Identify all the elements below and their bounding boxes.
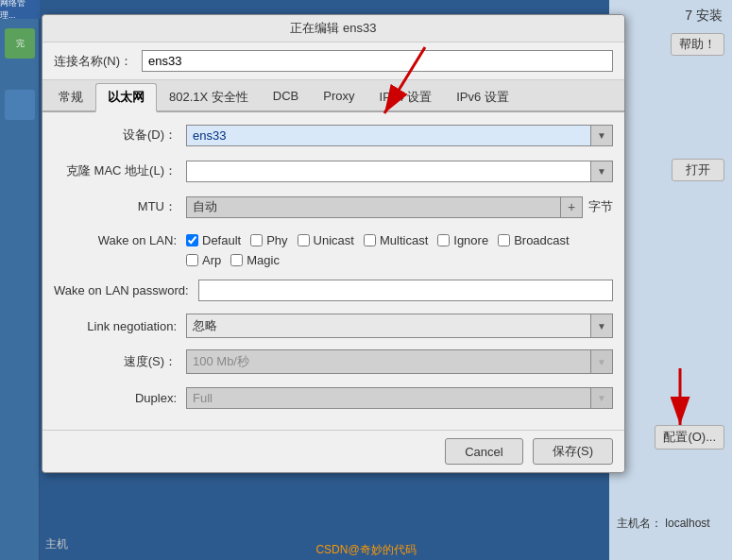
tab-ipv6[interactable]: IPv6 设置 <box>444 83 521 110</box>
tab-ethernet[interactable]: 以太网 <box>95 83 157 112</box>
wake-checkboxes-container: Default Phy Unicast Multicast <box>186 233 613 267</box>
tab-ipv4[interactable]: IPv4 设置 <box>367 83 445 110</box>
sidebar-panel <box>0 0 40 560</box>
tab-proxy[interactable]: Proxy <box>311 83 366 110</box>
config-button[interactable]: 配置(O)... <box>655 425 724 450</box>
bottom-left-label: 主机 <box>45 536 68 552</box>
duplex-label: Duplex: <box>54 391 186 405</box>
open-button[interactable]: 打开 <box>672 159 724 181</box>
wake-on-lan-label: Wake on LAN: <box>54 233 186 247</box>
speed-control: 100 Mb/秒 ▼ <box>186 349 613 374</box>
mtu-unit-label: 字节 <box>588 198 613 215</box>
device-control: ▼ <box>186 125 613 146</box>
wake-checkboxes: Default Phy Unicast Multicast <box>186 233 613 267</box>
conn-name-label: 连接名称(N)： <box>54 53 132 70</box>
hostname-label: 主机名： <box>617 517 662 530</box>
wake-multicast-item[interactable]: Multicast <box>364 233 428 247</box>
speed-dropdown-btn[interactable]: ▼ <box>590 349 613 374</box>
link-negotiation-row: Link negotiation: 忽略 ▼ <box>54 313 613 339</box>
wake-default-checkbox[interactable] <box>186 234 198 246</box>
duplex-select: Full ▼ <box>186 387 613 409</box>
device-input[interactable] <box>186 125 590 146</box>
wake-default-item[interactable]: Default <box>186 233 241 247</box>
edit-connection-dialog: 正在编辑 ens33 连接名称(N)： 常规 以太网 802.1X 安全性 DC… <box>42 14 625 473</box>
speed-select: 100 Mb/秒 ▼ <box>186 349 613 374</box>
duplex-control: Full ▼ <box>186 387 613 409</box>
clone-mac-control: ▼ <box>186 161 613 182</box>
dialog-footer: Cancel 保存(S) <box>43 430 624 472</box>
wake-broadcast-checkbox[interactable] <box>498 234 510 246</box>
mtu-plus-btn[interactable]: + <box>560 196 583 218</box>
tab-general[interactable]: 常规 <box>46 83 95 110</box>
tab-bar: 常规 以太网 802.1X 安全性 DCB Proxy IPv4 设置 IPv6… <box>43 80 624 112</box>
wake-phy-label: Phy <box>266 233 287 247</box>
wake-magic-item[interactable]: Magic <box>230 253 280 267</box>
wake-broadcast-label: Broadcast <box>514 233 570 247</box>
wake-ignore-label: Ignore <box>453 233 488 247</box>
clone-mac-dropdown-btn[interactable]: ▼ <box>590 161 613 182</box>
clone-mac-input[interactable] <box>186 161 590 182</box>
duplex-row: Duplex: Full ▼ <box>54 384 613 411</box>
link-negotiation-dropdown-btn[interactable]: ▼ <box>590 314 613 338</box>
connection-name-row: 连接名称(N)： <box>43 42 624 80</box>
speed-row: 速度(S)： 100 Mb/秒 ▼ <box>54 348 613 375</box>
device-label: 设备(D)： <box>54 127 186 144</box>
dialog-titlebar: 正在编辑 ens33 <box>43 15 624 42</box>
hostname-value: localhost <box>665 517 709 530</box>
tab-content: 设备(D)： ▼ 克隆 MAC 地址(L)： ▼ MTU： <box>43 112 624 430</box>
right-panel: 7 安装 帮助！ 打开 配置(O)... 主机名： localhost <box>609 0 732 560</box>
tab-dcb[interactable]: DCB <box>261 83 311 110</box>
clone-mac-row: 克隆 MAC 地址(L)： ▼ <box>54 158 613 184</box>
wake-arp-label: Arp <box>202 253 221 267</box>
cancel-button[interactable]: Cancel <box>445 438 522 465</box>
help-button[interactable]: 帮助！ <box>671 33 724 56</box>
duplex-value: Full <box>186 387 590 409</box>
wake-password-row: Wake on LAN password: <box>54 277 613 303</box>
app-title: 网络管理... <box>0 0 40 22</box>
wake-magic-label: Magic <box>247 253 280 267</box>
link-negotiation-control: 忽略 ▼ <box>186 314 613 338</box>
wake-unicast-label: Unicast <box>314 233 354 247</box>
watermark: CSDN@奇妙的代码 <box>315 542 416 558</box>
wake-ignore-checkbox[interactable] <box>437 234 450 246</box>
tab-8021x[interactable]: 802.1X 安全性 <box>157 83 261 110</box>
mtu-label: MTU： <box>54 198 186 215</box>
speed-value: 100 Mb/秒 <box>186 349 590 374</box>
mtu-input[interactable] <box>186 196 560 218</box>
save-button[interactable]: 保存(S) <box>533 438 613 465</box>
wake-multicast-label: Multicast <box>380 233 428 247</box>
conn-name-input[interactable] <box>142 50 613 72</box>
wake-on-lan-row: Wake on LAN: Default Phy Unicast <box>54 229 613 267</box>
complete-label: 完 <box>16 38 25 50</box>
sidebar-icon <box>5 90 35 120</box>
dialog-title: 正在编辑 ens33 <box>290 21 376 35</box>
wake-phy-checkbox[interactable] <box>250 234 263 246</box>
wake-password-label: Wake on LAN password: <box>54 283 198 297</box>
duplex-dropdown-btn[interactable]: ▼ <box>590 387 613 409</box>
link-negotiation-label: Link negotiation: <box>54 319 186 333</box>
wake-arp-checkbox[interactable] <box>186 254 198 266</box>
wake-unicast-checkbox[interactable] <box>298 234 310 246</box>
wake-password-input[interactable] <box>198 280 613 301</box>
wake-magic-checkbox[interactable] <box>230 254 243 266</box>
speed-label: 速度(S)： <box>54 353 186 370</box>
device-dropdown-btn[interactable]: ▼ <box>590 125 613 146</box>
mtu-control: + 字节 <box>186 196 613 218</box>
mtu-row: MTU： + 字节 <box>54 194 613 220</box>
wake-arp-item[interactable]: Arp <box>186 253 221 267</box>
device-row: 设备(D)： ▼ <box>54 122 613 148</box>
link-negotiation-value: 忽略 <box>186 314 590 338</box>
wake-multicast-checkbox[interactable] <box>364 234 376 246</box>
link-negotiation-select: 忽略 ▼ <box>186 314 613 338</box>
wake-phy-item[interactable]: Phy <box>250 233 287 247</box>
app-titlebar: 网络管理... <box>0 0 40 19</box>
installer-title: 7 安装 <box>685 8 723 25</box>
wake-unicast-item[interactable]: Unicast <box>298 233 354 247</box>
wake-default-label: Default <box>202 233 241 247</box>
wake-ignore-item[interactable]: Ignore <box>437 233 488 247</box>
wake-broadcast-item[interactable]: Broadcast <box>498 233 570 247</box>
clone-mac-label: 克隆 MAC 地址(L)： <box>54 162 186 179</box>
wake-password-control <box>198 280 613 301</box>
complete-button[interactable]: 完 <box>5 28 35 59</box>
clone-mac-dropdown: ▼ <box>186 161 613 182</box>
